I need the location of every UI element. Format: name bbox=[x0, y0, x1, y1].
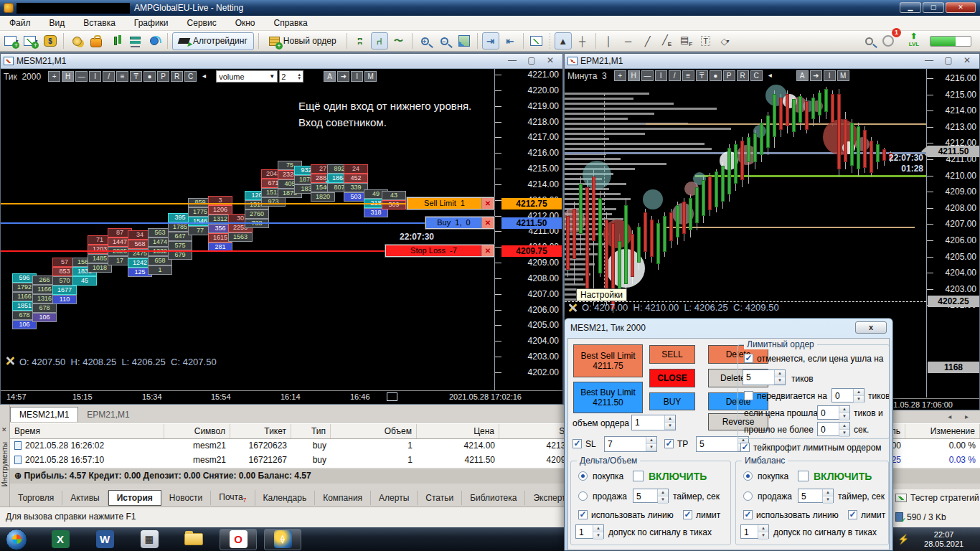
passed-ticks-stepper[interactable]: 0▲▼ bbox=[817, 405, 850, 420]
taskbar-word[interactable]: W bbox=[86, 529, 123, 550]
table-scrollbar[interactable]: ◂ ▸ bbox=[892, 410, 980, 423]
chart-tool-H[interactable]: H bbox=[628, 70, 640, 81]
text-tool-icon[interactable]: T bbox=[697, 32, 715, 50]
buy-button[interactable]: BUY bbox=[649, 392, 695, 410]
chart-tool-—[interactable]: — bbox=[75, 71, 88, 82]
chart-tool-C[interactable]: C bbox=[184, 71, 197, 82]
sell-limit-cancel-icon[interactable]: ✕ bbox=[481, 198, 494, 209]
move-order-checkbox[interactable] bbox=[744, 391, 753, 400]
chart-tool-●[interactable]: ● bbox=[143, 71, 156, 82]
volume-filter-stepper[interactable]: 2▲▼ bbox=[279, 70, 303, 83]
delta-buy-radio[interactable] bbox=[578, 471, 588, 481]
indicator-icon[interactable] bbox=[107, 32, 124, 50]
sell-button[interactable]: SELL bbox=[649, 345, 695, 364]
dialog-close-button[interactable]: x bbox=[855, 321, 887, 334]
scroll-to-end-icon[interactable]: ⇥ bbox=[482, 32, 499, 50]
horizontal-line-tool-icon[interactable]: ─ bbox=[620, 32, 637, 50]
taskbar-excel[interactable]: X bbox=[42, 529, 79, 550]
cancel-if-price-checkbox[interactable]: ✓ bbox=[744, 354, 753, 363]
maximize-button[interactable]: ▢ bbox=[923, 2, 944, 13]
chart-tool-R[interactable]: R bbox=[737, 70, 749, 81]
chart-tool-H[interactable]: H bbox=[62, 71, 74, 82]
bars-chart-type-icon[interactable]: ʭ bbox=[352, 32, 369, 50]
taskbar-explorer[interactable] bbox=[175, 529, 212, 550]
level-icon[interactable]: LVL bbox=[903, 32, 925, 50]
menu-item-Окно[interactable]: Окно bbox=[226, 17, 265, 29]
chart-window-title-bar[interactable]: EPM21,M1 — ▢ ✕ bbox=[565, 54, 979, 69]
tab-Компания[interactable]: Компания bbox=[315, 491, 371, 505]
signal-icon[interactable] bbox=[146, 32, 163, 50]
chart-tool-+[interactable]: + bbox=[48, 71, 60, 82]
imbalance-sell-radio[interactable] bbox=[743, 491, 753, 501]
start-button[interactable] bbox=[6, 529, 27, 550]
best-buy-limit-button[interactable]: Best Buy Limit4211.50 bbox=[573, 382, 643, 413]
time-axis-checkbox[interactable] bbox=[387, 392, 397, 401]
column-header-Символ[interactable]: Символ bbox=[164, 424, 230, 438]
tab-Почта[interactable]: Почта7 bbox=[211, 490, 255, 506]
chart-profile-icon[interactable]: +▾ bbox=[22, 32, 39, 50]
chart-tool-/[interactable]: / bbox=[103, 71, 115, 82]
column-header-Тикет[interactable]: Тикет bbox=[230, 424, 291, 438]
shapes-tool-icon[interactable]: ◇▾ bbox=[717, 32, 734, 50]
imbalance-tolerance-stepper[interactable]: 1▲▼ bbox=[740, 524, 769, 539]
tab-Статьи[interactable]: Статьи bbox=[418, 491, 462, 505]
scroll-back-icon[interactable]: ⇤ bbox=[501, 32, 519, 50]
menu-item-Справка[interactable]: Справка bbox=[265, 17, 317, 29]
cursor-tool-icon[interactable]: ▲ bbox=[555, 32, 572, 50]
chart-mode-A[interactable]: A bbox=[324, 71, 336, 82]
close-position-button[interactable]: CLOSE bbox=[649, 369, 695, 387]
sell-limit-tag[interactable]: Sell Limit 1✕ bbox=[407, 197, 494, 209]
taskbar-trading-terminal[interactable]: ⟠ bbox=[264, 529, 301, 550]
chart-tool-P[interactable]: P bbox=[157, 71, 169, 82]
tab-Новости[interactable]: Новости bbox=[161, 491, 211, 505]
chart-mode-➜[interactable]: ➜ bbox=[337, 71, 349, 82]
chart-window-title-bar[interactable]: MESM21,M1 — ▢ ✕ bbox=[1, 54, 562, 69]
buy-position-tag[interactable]: Buy 1, 0✕ bbox=[425, 217, 494, 229]
chart-tool-●[interactable]: ● bbox=[710, 70, 722, 81]
vertical-line-tool-icon[interactable]: │ bbox=[600, 32, 618, 50]
delta-tolerance-stepper[interactable]: 1▲▼ bbox=[575, 524, 604, 539]
equidistant-channel-tool-icon[interactable]: ╱E bbox=[659, 32, 676, 50]
column-header-Цена[interactable]: Цена bbox=[417, 424, 499, 438]
zoom-out-icon[interactable]: − bbox=[436, 32, 453, 50]
chart-mode-M[interactable]: M bbox=[364, 71, 377, 82]
chart-tab-MESM21,M1[interactable]: MESM21,M1 bbox=[10, 407, 78, 422]
taskbar-calculator[interactable]: ▦ bbox=[131, 529, 168, 550]
server-icon[interactable] bbox=[126, 32, 143, 50]
chart-tool-₸[interactable]: ₸ bbox=[696, 70, 708, 81]
sl-stepper[interactable]: 7▲▼ bbox=[604, 436, 657, 452]
crosshair-tool-icon[interactable]: ┼ bbox=[574, 32, 591, 50]
notifications-icon[interactable]: 1 bbox=[880, 32, 897, 50]
tab-Торговля[interactable]: Торговля bbox=[10, 491, 62, 505]
chart-mode-A[interactable]: A bbox=[796, 70, 809, 81]
imbalance-timer-stepper[interactable]: 5▲▼ bbox=[798, 489, 834, 503]
menu-item-Файл[interactable]: Файл bbox=[0, 17, 40, 29]
tab-Алерты[interactable]: Алерты bbox=[371, 491, 418, 505]
imbalance-enable-checkbox[interactable] bbox=[798, 471, 809, 481]
chart-tool-—[interactable]: — bbox=[641, 70, 654, 81]
system-tray[interactable]: ⚡ 22:07 28.05.2021 bbox=[892, 527, 980, 551]
order-volume-stepper[interactable]: 1▲▼ bbox=[631, 415, 676, 430]
chart-tool-C[interactable]: C bbox=[750, 70, 763, 81]
menu-item-Сервис[interactable]: Сервис bbox=[178, 17, 226, 29]
new-order-button[interactable]: Новый ордер bbox=[263, 32, 342, 50]
search-icon[interactable] bbox=[860, 32, 877, 50]
zoom-in-icon[interactable]: + bbox=[417, 32, 434, 50]
chart-mode-I[interactable]: I bbox=[351, 71, 363, 82]
panel-close-icon[interactable]: ✕ bbox=[1, 426, 7, 433]
imbalance-limit-checkbox[interactable]: ✓ bbox=[848, 510, 857, 519]
takeprofit-limit-checkbox[interactable]: ✓ bbox=[740, 443, 750, 452]
sl-checkbox[interactable]: ✓ bbox=[573, 439, 582, 448]
chart-settings-icon[interactable] bbox=[567, 303, 578, 313]
combined-signal-checkbox[interactable] bbox=[575, 550, 585, 550]
imbalance-useline-checkbox[interactable]: ✓ bbox=[743, 510, 753, 519]
line-chart-type-icon[interactable]: 〜 bbox=[390, 32, 407, 50]
chart-tool-≡[interactable]: ≡ bbox=[116, 71, 128, 82]
chart-tool-I[interactable]: I bbox=[655, 70, 667, 81]
auto-fit-icon[interactable] bbox=[456, 32, 473, 50]
column-header-Время[interactable]: Время bbox=[10, 424, 164, 438]
menu-item-Вставка[interactable]: Вставка bbox=[74, 17, 125, 29]
delta-sell-radio[interactable] bbox=[578, 491, 588, 501]
chart-window-controls[interactable]: — ▢ ✕ bbox=[508, 55, 558, 65]
chart-mode-M[interactable]: M bbox=[837, 70, 849, 81]
